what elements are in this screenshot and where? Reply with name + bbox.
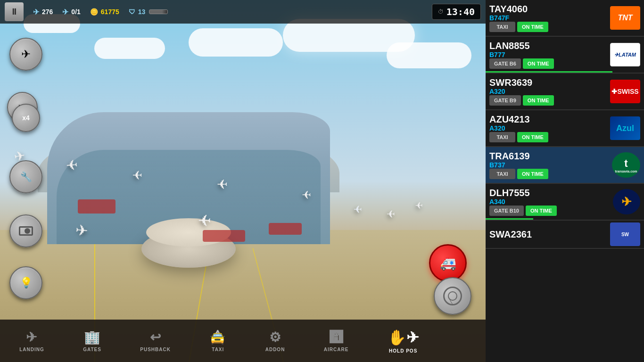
btn-taxi-AZU4213[interactable]: TAXI <box>489 132 515 142</box>
tools-button[interactable]: 🔧 <box>9 160 42 193</box>
flight-number-AZU4213: AZU4213 <box>489 114 607 124</box>
flight-actions-DLH7555: GATE B10 ON TIME <box>489 206 610 216</box>
airplane-7: ✈ <box>198 211 211 230</box>
logo-LAN8855: ✈LATAM <box>610 43 640 66</box>
coins-stat: 🪙 61775 <box>90 8 119 16</box>
flights-count: 0/1 <box>71 8 80 16</box>
btn-ontime-SWR3639[interactable]: ON TIME <box>523 95 554 106</box>
logo-text-LAN8855: ✈LATAM <box>614 52 636 58</box>
flight-aircraft-AZU4213: A320 <box>489 124 607 132</box>
flight-number-LAN8855: LAN8855 <box>489 41 607 51</box>
cloud-3 <box>94 38 165 59</box>
flight-number-SWA2361: SWA2361 <box>489 229 607 239</box>
red-carpet-2 <box>203 230 245 242</box>
flight-card-SWR3639: SWR3639 A320 GATE B9 ON TIME ✚SWISS <box>486 74 644 110</box>
flight-actions-SWR3639: GATE B9 ON TIME <box>489 95 607 106</box>
aircare-label: AIRCARE <box>324 347 349 352</box>
flight-aircraft-DLH7555: A340 <box>489 198 610 206</box>
btn-ontime-LAN8855[interactable]: ON TIME <box>523 58 554 69</box>
toolbar-addon[interactable]: ⚙ ADDON <box>265 329 285 352</box>
landing-label: LANDING <box>19 347 44 352</box>
emergency-button[interactable]: 🚑 <box>429 244 467 282</box>
airplane-4: ✈ <box>217 177 228 192</box>
speed-button[interactable]: x4 <box>12 104 40 132</box>
airplane-3: ✈ <box>132 168 142 183</box>
planes-count: 276 <box>42 8 53 16</box>
btn-ontime-AZU4213[interactable]: ON TIME <box>517 132 548 142</box>
btn-gate-LAN8855[interactable]: GATE B6 <box>489 58 521 69</box>
flight-info-DLH7555: DLH7555 A340 GATE B10 ON TIME <box>489 188 610 216</box>
planes-stat: ✈ 276 <box>33 8 53 16</box>
tools-icon: 🔧 <box>20 171 32 182</box>
logo-text-DLH7555: ✈ <box>621 195 632 209</box>
logo-AZU4213: Azul <box>610 116 640 140</box>
flight-card-TRA6139: TRA6139 B737 TAXI ON TIME t transavia.co… <box>486 147 644 184</box>
toolbar-gates[interactable]: 🏢 GATES <box>83 329 101 352</box>
gates-icon: 🏢 <box>84 329 101 345</box>
bottom-toolbar: ✈ LANDING 🏢 GATES ↩ PUSHBACK 🚖 TAXI ⚙ AD… <box>0 320 486 362</box>
flight-number-SWR3639: SWR3639 <box>489 77 607 88</box>
flight-actions-TRA6139: TAXI ON TIME <box>489 169 609 179</box>
btn-taxi-TRA6139[interactable]: TAXI <box>489 169 515 179</box>
airplane-9: ✈ <box>387 208 395 221</box>
radar-button[interactable] <box>434 277 471 315</box>
airplane-10: ✈ <box>415 200 423 211</box>
flight-card-AZU4213: AZU4213 A320 TAXI ON TIME Azul <box>486 110 644 147</box>
shield-bar <box>149 9 168 14</box>
shield-count: 13 <box>138 8 146 16</box>
cloud-5 <box>387 42 471 68</box>
camera2-button[interactable] <box>9 214 42 247</box>
pause-icon: ⏸ <box>10 7 18 17</box>
logo-subtext-TRA6139: transavia.com <box>615 170 637 173</box>
btn-ontime-TRA6139[interactable]: ON TIME <box>517 169 548 179</box>
toolbar-taxi[interactable]: 🚖 TAXI <box>209 329 226 352</box>
flight-number-DLH7555: DLH7555 <box>489 188 610 198</box>
btn-ontime-TAY4060[interactable]: ON TIME <box>517 22 548 32</box>
addon-label: ADDON <box>265 347 285 352</box>
btn-ontime-DLH7555[interactable]: ON TIME <box>526 206 557 216</box>
top-bar: ⏸ ✈ 276 ✈ 0/1 🪙 61775 🛡 13 <box>0 0 486 24</box>
logo-text-AZU4213: Azul <box>616 123 634 133</box>
clock-icon: ⏱ <box>438 8 444 15</box>
airplane-2: ✈ <box>66 156 79 174</box>
camera-button[interactable]: ✈ <box>9 38 42 71</box>
cloud-1 <box>189 28 283 57</box>
logo-SWR3639: ✚SWISS <box>610 80 640 103</box>
flight-info-TRA6139: TRA6139 B737 TAXI ON TIME <box>489 151 609 179</box>
flight-card-DLH7555: DLH7555 A340 GATE B10 ON TIME ✈ <box>486 184 644 221</box>
flight-actions-AZU4213: TAXI ON TIME <box>489 132 607 142</box>
radar-icon <box>443 287 462 305</box>
shield-stat: 🛡 13 <box>129 8 168 16</box>
btn-gate-DLH7555[interactable]: GATE B10 <box>489 206 524 216</box>
flight-info-LAN8855: LAN8855 B777 GATE B6 ON TIME <box>489 41 607 69</box>
toolbar-pushback[interactable]: ↩ PUSHBACK <box>140 329 171 352</box>
flight-actions-TAY4060: TAXI ON TIME <box>489 22 607 32</box>
camera-icon: ✈ <box>21 48 31 61</box>
pause-button[interactable]: ⏸ <box>5 2 24 21</box>
gates-label: GATES <box>83 347 101 352</box>
hold-pos-label: HOLD POS <box>389 348 417 354</box>
flight-number-TRA6139: TRA6139 <box>489 151 609 161</box>
flights-stat: ✈ 0/1 <box>62 8 80 16</box>
btn-gate-SWR3639[interactable]: GATE B9 <box>489 95 521 106</box>
hold-pos-button[interactable]: ✋✈ HOLD POS <box>388 329 419 354</box>
addon-icon: ⚙ <box>269 329 281 345</box>
taxi-label: TAXI <box>212 347 224 352</box>
flight-info-AZU4213: AZU4213 A320 TAXI ON TIME <box>489 114 607 142</box>
pushback-icon: ↩ <box>150 329 161 345</box>
light-button[interactable]: 💡 <box>9 266 42 299</box>
right-panel: TAY4060 B747F TAXI ON TIME TNT LAN8855 B… <box>486 0 644 362</box>
shield-icon: 🛡 <box>129 8 135 16</box>
logo-TAY4060: TNT <box>610 6 640 30</box>
toolbar-aircare[interactable]: 🅰 AIRCARE <box>324 329 349 352</box>
flights-icon: ✈ <box>62 8 68 16</box>
toolbar-landing[interactable]: ✈ LANDING <box>19 329 44 352</box>
logo-text-SWR3639: ✚SWISS <box>611 88 638 95</box>
speed-label: x4 <box>22 114 30 122</box>
light-icon: 💡 <box>20 277 33 289</box>
progress-DLH7555 <box>486 218 533 220</box>
clock: ⏱ 13:40 <box>432 4 481 20</box>
flight-actions-LAN8855: GATE B6 ON TIME <box>489 58 607 69</box>
flight-aircraft-TRA6139: B737 <box>489 161 609 169</box>
btn-taxi-TAY4060[interactable]: TAXI <box>489 22 515 32</box>
